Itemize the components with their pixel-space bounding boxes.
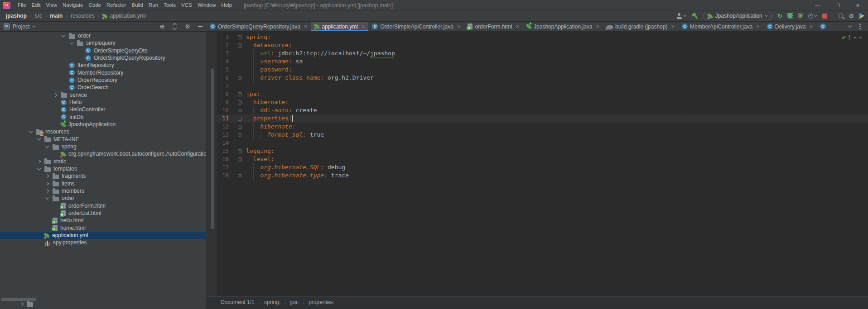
editor-tab-jpashopapplication-java[interactable]: JpashopApplication.java× <box>523 22 603 31</box>
tree-item-meta-inf[interactable]: META-INF <box>0 136 206 143</box>
tree-item-jpashopapplication[interactable]: JpashopApplication <box>0 121 206 128</box>
editor-line-14[interactable]: 14 <box>217 139 868 147</box>
fold-open-icon[interactable] <box>238 43 242 48</box>
menu-window[interactable]: Window <box>195 2 219 8</box>
tree-item-application-yml[interactable]: application.yml <box>0 232 206 239</box>
settings-gear-icon[interactable]: ⚙ <box>849 13 854 19</box>
menu-tools[interactable]: Tools <box>161 2 178 8</box>
restore-button[interactable] <box>827 0 848 10</box>
tree-item-items[interactable]: items <box>0 180 206 187</box>
editor-tab-partial[interactable]: C <box>816 22 828 31</box>
status-breadcrumb-item[interactable]: properties: <box>309 299 334 305</box>
fold-end-icon[interactable] <box>238 76 242 80</box>
tree-item-partial[interactable] <box>0 300 33 308</box>
menu-refactor[interactable]: Refactor <box>104 2 129 8</box>
editor-line-13[interactable]: 13 format_sql: true <box>217 131 868 139</box>
breadcrumb-item[interactable]: application.yml <box>110 13 145 19</box>
tab-close-icon[interactable]: × <box>362 24 365 29</box>
tree-item-hello[interactable]: CHello <box>0 99 206 106</box>
editor-tab-memberapicontroller-java[interactable]: CMemberApiController.java× <box>678 22 763 31</box>
tree-item-orderlist-html[interactable]: orderList.html <box>0 209 206 217</box>
next-problem-icon[interactable] <box>859 35 862 38</box>
tree-item-ordersimplequerydto[interactable]: COrderSimpleQueryDto <box>0 47 206 54</box>
chevron-down-icon[interactable] <box>32 24 35 27</box>
tree-item-itemrepository[interactable]: CItemRepository <box>0 62 206 69</box>
chevron-collapsed-icon[interactable] <box>45 181 49 185</box>
build-hammer-icon[interactable] <box>691 13 698 19</box>
menu-view[interactable]: View <box>43 2 60 8</box>
panel-options-gear-icon[interactable]: ⚙ <box>185 24 190 29</box>
menu-help[interactable]: Help <box>219 2 235 8</box>
tree-item-spy-properties[interactable]: spy.properties <box>0 239 206 246</box>
tab-close-icon[interactable]: × <box>756 24 760 29</box>
tree-item-simplequery[interactable]: simplequery <box>0 39 206 47</box>
editor-tab-orderform-html[interactable]: orderForm.html× <box>464 22 523 31</box>
editor-line-1[interactable]: 1spring: <box>217 33 868 41</box>
editor-line-5[interactable]: 5 password: <box>217 66 868 74</box>
editor-line-16[interactable]: 16 level: <box>217 155 868 163</box>
tree-item-ordersearch[interactable]: COrderSearch <box>0 84 206 91</box>
locate-file-icon[interactable]: ⊕ <box>159 24 164 29</box>
chevron-expanded-icon[interactable] <box>45 144 49 147</box>
editor-line-11[interactable]: 11 properties: <box>217 114 868 123</box>
editor-tab-ordersimplequeryrepository-java[interactable]: COrderSimpleQueryRepository.java× <box>206 22 311 31</box>
tree-item-static[interactable]: static <box>0 158 206 165</box>
editor-line-9[interactable]: 9 hibernate: <box>217 98 868 106</box>
run-icon[interactable]: ↻ <box>777 13 783 19</box>
tree-item-fragments[interactable]: fragments <box>0 172 206 180</box>
editor-line-7[interactable]: 7 <box>217 82 868 90</box>
chevron-expanded-icon[interactable] <box>70 41 73 44</box>
tab-close-icon[interactable]: × <box>304 24 308 29</box>
fold-open-icon[interactable] <box>238 100 242 105</box>
tree-item-resources[interactable]: resources <box>0 128 206 135</box>
editor-line-10[interactable]: 10 ddl-auto: create <box>217 106 868 114</box>
menu-file[interactable]: File <box>15 2 29 8</box>
menu-build[interactable]: Build <box>129 2 146 8</box>
breadcrumb-item[interactable]: jpashop <box>6 13 27 19</box>
stop-icon[interactable] <box>822 14 827 19</box>
tree-item-ordersimplequeryrepository[interactable]: COrderSimpleQueryRepository <box>0 54 206 62</box>
menu-vcs[interactable]: VCS <box>178 2 195 8</box>
editor-tab-delivery-java[interactable]: CDelivery.java× <box>763 22 816 31</box>
editor-tab-build-gradle-jpashop-[interactable]: build.gradle (jpashop)× <box>603 22 678 31</box>
chevron-expanded-icon[interactable] <box>37 137 41 140</box>
fold-open-icon[interactable] <box>238 117 242 121</box>
tree-item-templates[interactable]: templates <box>0 165 206 172</box>
search-everywhere-icon[interactable] <box>839 14 843 18</box>
tab-close-icon[interactable]: × <box>671 24 675 29</box>
tree-item-service[interactable]: service <box>0 91 206 99</box>
tree-item-memberrepository[interactable]: CMemberRepository <box>0 69 206 76</box>
tree-item-orderrepository[interactable]: COrderRepository <box>0 76 206 84</box>
profiler-button[interactable] <box>808 14 817 19</box>
tab-list-chevron-icon[interactable] <box>848 24 852 28</box>
hide-panel-icon[interactable] <box>198 26 203 27</box>
coverage-icon[interactable] <box>798 13 803 19</box>
tree-item-orderform-html[interactable]: orderForm.html <box>0 202 206 209</box>
fold-open-icon[interactable] <box>238 157 242 162</box>
close-button[interactable]: × <box>848 0 868 10</box>
editor-line-2[interactable]: 2 datasource: <box>217 41 868 49</box>
breadcrumb-item[interactable]: src <box>35 13 42 19</box>
fold-end-icon[interactable] <box>238 109 242 112</box>
collapse-all-icon[interactable] <box>172 24 177 29</box>
editor-line-17[interactable]: 17 org.hibernate.SQL: debug <box>217 163 868 171</box>
breadcrumb-item[interactable]: main <box>50 13 63 19</box>
codewithme-button[interactable] <box>676 13 686 19</box>
editor-line-6[interactable]: 6 driver-class-name: org.h2.Driver <box>217 74 868 82</box>
chevron-expanded-icon[interactable] <box>62 33 65 37</box>
vertical-scrollbar[interactable] <box>211 68 214 229</box>
minimize-button[interactable] <box>807 0 827 10</box>
chevron-collapsed-icon[interactable] <box>45 174 49 178</box>
editor-line-8[interactable]: 8jpa: <box>217 90 868 98</box>
editor-tab-application-yml[interactable]: application.yml× <box>311 22 368 31</box>
inspections-widget[interactable]: ✔ 1 <box>842 34 862 41</box>
fold-open-icon[interactable] <box>238 125 242 129</box>
tree-item-hello-html[interactable]: hello.html <box>0 217 206 224</box>
fold-end-icon[interactable] <box>238 133 242 137</box>
fold-open-icon[interactable] <box>238 35 242 39</box>
chevron-expanded-icon[interactable] <box>37 166 41 170</box>
chevron-expanded-icon[interactable] <box>29 129 33 133</box>
tree-item-order[interactable]: order <box>0 195 206 202</box>
editor-line-18[interactable]: 18 org.hibernate.type: trace <box>217 171 868 180</box>
editor-line-3[interactable]: 3 url: jdbc:h2:tcp://localhost/~/jpashop <box>217 49 868 57</box>
